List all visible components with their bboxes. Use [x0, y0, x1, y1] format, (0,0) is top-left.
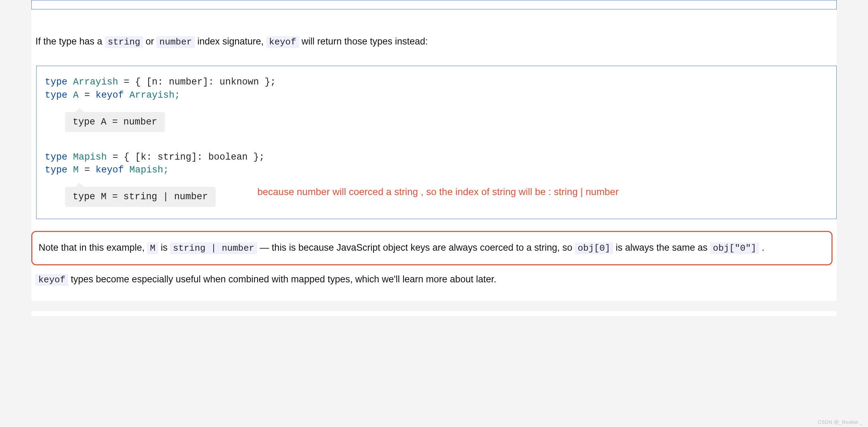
code-block-mapish: type Mapish = { [k: string]: boolean }; … [45, 151, 836, 177]
code-token-type: M [73, 165, 79, 175]
intro-paragraph: If the type has a string or number index… [35, 34, 837, 49]
annotation-row: type M = string | number because number … [45, 177, 836, 207]
code-token-kw: type [45, 152, 67, 162]
note-text-3: — this is because JavaScript object keys… [260, 242, 575, 253]
code-token-eq: = [79, 90, 96, 100]
code-token-kw: type [45, 165, 67, 175]
intro-text-2: or [146, 36, 157, 47]
inline-code-string-number: string | number [170, 242, 257, 254]
after-note-text: types become especially useful when comb… [71, 274, 497, 284]
inline-code-keyof: keyof [35, 274, 68, 286]
inline-code-obj0: obj[0] [575, 242, 613, 254]
code-token-type: Arrayish [73, 77, 118, 87]
inline-code-number: number [156, 36, 195, 48]
annotation-text: because number will coerced a string , s… [257, 186, 619, 198]
type-hint-a: type A = number [65, 112, 165, 132]
next-card-preview [31, 311, 837, 316]
after-note-paragraph: keyof types become especially useful whe… [35, 272, 837, 287]
intro-text-1: If the type has a [35, 36, 105, 47]
note-text-1: Note that in this example, [39, 242, 147, 253]
inline-code-string: string [105, 36, 143, 48]
note-text-5: . [762, 242, 764, 253]
code-block-arrayish: type Arrayish = { [n: number]: unknown }… [45, 76, 836, 102]
code-token-kw: type [45, 90, 67, 100]
inline-code-keyof: keyof [266, 36, 299, 48]
note-text-2: is [161, 242, 170, 253]
watermark: CSDN @_Rookie._ [818, 419, 862, 425]
previous-code-box-bottom [31, 0, 837, 9]
code-token-eq: = [79, 165, 96, 175]
inline-code-objstr0: obj["0"] [710, 242, 759, 254]
code-token-kw: keyof [96, 165, 124, 175]
code-token-type: A [73, 90, 79, 100]
code-token-kw: type [45, 77, 67, 87]
content-card: If the type has a string or number index… [31, 0, 837, 301]
note-box: Note that in this example, M is string |… [31, 231, 833, 265]
note-text-4: is always the same as [616, 242, 710, 253]
intro-text-4: will return those types instead: [302, 36, 428, 47]
inline-code-m: M [147, 242, 158, 254]
code-token-ref: Arrayish; [124, 90, 180, 100]
code-token-eq: = [118, 77, 135, 87]
intro-text-3: index signature, [197, 36, 266, 47]
code-token-type: Mapish [73, 152, 107, 162]
code-token-eq: = [107, 152, 124, 162]
code-token-ref: Mapish; [124, 165, 169, 175]
code-token-kw: keyof [96, 90, 124, 100]
code-box: type Arrayish = { [n: number]: unknown }… [36, 66, 837, 219]
code-token-body: { [k: string]: boolean }; [124, 152, 265, 162]
code-token-body: { [n: number]: unknown }; [135, 77, 276, 87]
type-hint-m: type M = string | number [65, 187, 216, 207]
